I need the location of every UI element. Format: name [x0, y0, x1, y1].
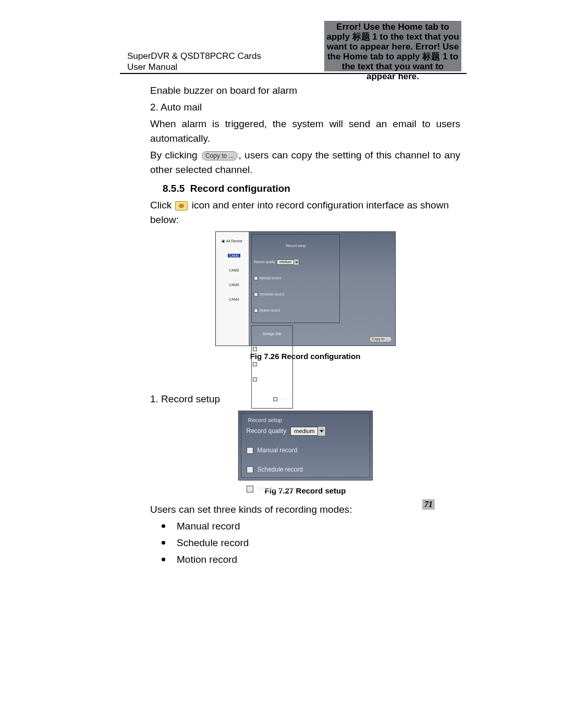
page-body: Enable buzzer on board for alarm 2. Auto… — [150, 83, 460, 569]
schedule-record-checkbox[interactable] — [254, 292, 258, 297]
tree-item[interactable]: CAM3 — [221, 278, 248, 292]
para-click-icon: Click icon and enter into record configu… — [150, 198, 460, 227]
para-automail-desc: When alarm is triggered, the system will… — [150, 117, 460, 146]
para-click-b: icon and enter into record configuration… — [150, 200, 449, 225]
record-quality-label: Record quality — [254, 255, 276, 269]
record-config-right-pane: Record setup Record quality medium Manua… — [249, 232, 395, 346]
list-item-label: Schedule record — [177, 536, 249, 550]
tree-item[interactable]: CAM4 — [221, 292, 248, 307]
storage-row-label: E — [259, 372, 261, 387]
tree-item: CAM1 — [221, 249, 248, 263]
bullet-icon — [162, 558, 165, 561]
storage-checkbox[interactable] — [253, 347, 257, 351]
section-heading: 8.5.5 Record configuration — [163, 181, 460, 196]
manual-record-label: Manual record — [260, 271, 282, 286]
section-title: Record configuration — [190, 183, 290, 194]
manual-record-label: Manual record — [258, 443, 298, 458]
record-setup-frame: Record setup Record quality medium Manua… — [241, 413, 370, 478]
copy-to-button[interactable]: Copy to ... — [369, 336, 392, 342]
list-item-label: Motion record — [177, 552, 237, 567]
record-setup-frame-title: Record setup — [247, 413, 284, 427]
figure-7-27: Record setup Record quality medium Manua… — [150, 411, 460, 498]
record-quality-row: Record quality medium — [254, 255, 337, 269]
chevron-down-icon — [293, 260, 299, 265]
motion-record-checkbox[interactable] — [254, 309, 258, 313]
record-setup-panel: Record setup Record quality medium Manua… — [238, 411, 373, 480]
list-item: Motion record — [162, 552, 460, 567]
motion-record-label: Motion record — [258, 482, 296, 496]
storage-checkbox[interactable] — [253, 377, 257, 381]
storage-row-label: C — [259, 342, 261, 356]
motion-record-label: Motion record — [260, 303, 280, 318]
header-rule — [120, 73, 467, 74]
storage-checkbox[interactable] — [253, 362, 257, 366]
device-tree[interactable]: ▣ All Device CAM1 CAM2 CAM3 CAM4 — [216, 232, 249, 346]
list-item: Schedule record — [162, 536, 460, 550]
para-record-setup: 1. Record setup — [150, 392, 460, 406]
para-click-a: Click — [150, 200, 174, 211]
para-automail-heading: 2. Auto mail — [150, 100, 460, 115]
storage-row-label: D — [259, 357, 261, 372]
record-quality-value: medium — [277, 255, 293, 269]
recycle-label: Recycle — [279, 392, 291, 406]
para-buzzer: Enable buzzer on board for alarm — [150, 83, 460, 98]
copy-to-button-inline[interactable]: Copy to ... — [202, 151, 238, 161]
list-item: Manual record — [162, 519, 460, 534]
section-number: 8.5.5 — [163, 183, 185, 194]
record-config-window: ▣ All Device CAM1 CAM2 CAM3 CAM4 Record … — [215, 231, 396, 346]
recycle-checkbox[interactable] — [273, 397, 277, 401]
doc-subtitle: User Manual — [127, 61, 304, 72]
schedule-record-label: Schedule record — [260, 287, 284, 302]
manual-record-checkbox[interactable] — [247, 447, 253, 454]
record-setup-title: Record setup — [286, 244, 306, 248]
tree-item[interactable]: CAM2 — [221, 263, 248, 278]
recording-modes-list: Manual record Schedule record Motion rec… — [162, 519, 460, 567]
header-left: SuperDVR & QSDT8PCRC Cards User Manual — [127, 51, 304, 72]
bullet-icon — [162, 541, 165, 545]
tree-item-selected[interactable]: CAM1 — [228, 254, 240, 257]
page-number: 71 — [422, 499, 435, 510]
list-item-label: Manual record — [177, 519, 240, 534]
figure-7-26-caption: Fig 7.26 Record configuration — [150, 349, 460, 364]
motion-record-checkbox[interactable] — [247, 486, 253, 492]
record-quality-value: medium — [291, 424, 317, 438]
record-setup-group: Record setup Record quality medium Manua… — [251, 234, 340, 323]
record-quality-dropdown[interactable]: medium — [277, 260, 299, 265]
storage-disk-group: Storage disk C D E Recycle — [251, 325, 293, 409]
record-quality-dropdown[interactable]: medium — [290, 427, 326, 436]
para-modes-intro: Users can set three kinds of recording m… — [150, 502, 460, 517]
schedule-record-checkbox[interactable] — [247, 466, 253, 473]
para-copyto-a: By clicking — [150, 150, 201, 161]
schedule-record-label: Schedule record — [258, 462, 303, 477]
figure-7-26: ▣ All Device CAM1 CAM2 CAM3 CAM4 Record … — [150, 231, 460, 364]
chevron-down-icon — [317, 427, 325, 436]
doc-title: SuperDVR & QSDT8PCRC Cards — [127, 51, 304, 61]
bullet-icon — [162, 524, 165, 528]
tree-root-label: All Device — [226, 239, 242, 243]
storage-title: Storage disk — [253, 327, 291, 341]
manual-record-checkbox[interactable] — [254, 276, 258, 280]
tree-root[interactable]: ▣ All Device — [217, 234, 248, 249]
record-config-icon[interactable] — [175, 201, 188, 211]
para-copyto: By clicking Copy to ..., users can copy … — [150, 148, 460, 177]
